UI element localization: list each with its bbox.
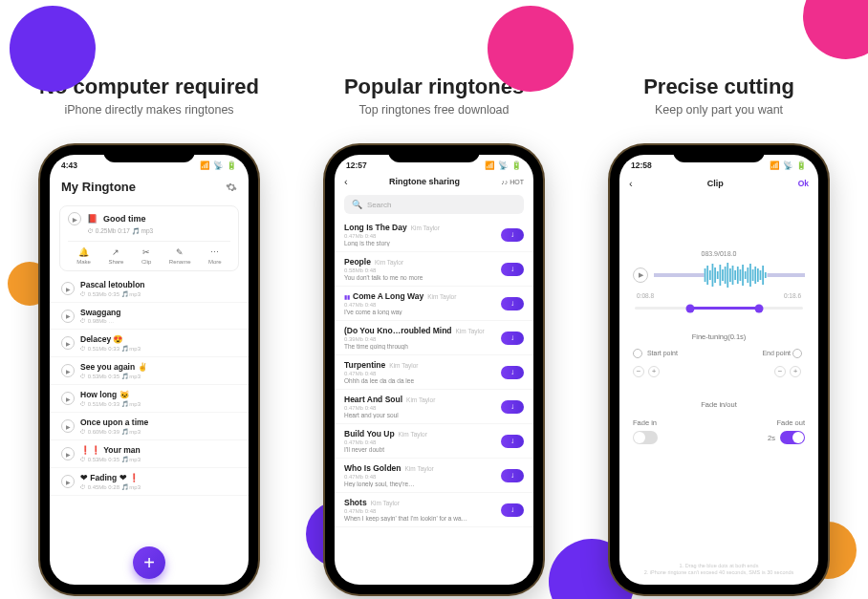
ringtone-meta: ⏱ 0.60Mb 0:39 🎵 mp3 (80, 428, 237, 435)
fade-in-toggle[interactable] (633, 431, 658, 444)
ringtone-title: Swaggang (80, 308, 237, 317)
action-clip[interactable]: ✂Clip (141, 247, 151, 265)
end-point-control[interactable]: End point (762, 349, 805, 358)
fine-tune-label: Fine-tuning(0.1s) (619, 332, 818, 341)
action-share[interactable]: ↗Share (108, 247, 123, 265)
song-row[interactable]: Heart And SoulKim Taylor0.47Mb 0:48Heart… (335, 390, 533, 424)
back-icon[interactable]: ‹ (629, 178, 633, 189)
ringtone-row[interactable]: ▶Once upon a time⏱ 0.60Mb 0:39 🎵 mp3 (50, 413, 249, 440)
minus-icon[interactable]: − (774, 366, 786, 377)
play-icon[interactable]: ▶ (61, 447, 75, 460)
download-button[interactable]: ↓ (501, 263, 524, 276)
notch (673, 145, 765, 162)
play-icon[interactable]: ▶ (68, 212, 81, 225)
plus-icon[interactable]: + (790, 366, 801, 377)
song-lyric: The time going through (344, 343, 483, 350)
song-row[interactable]: (Do You Kno…roubled MindKim Taylor0.39Mb… (335, 321, 533, 355)
song-row[interactable]: ShotsKim Taylor0.47Mb 0:48When I keep sa… (335, 493, 533, 527)
slider-handle-end[interactable] (755, 304, 764, 312)
start-point-control[interactable]: Start point (633, 349, 678, 358)
song-artist: Kim Taylor (405, 465, 434, 472)
nav-title: Clip (707, 179, 724, 188)
fade-out-control: Fade out (776, 418, 805, 427)
song-row[interactable]: TurpentineKim Taylor0.47Mb 0:48Ohhh da l… (335, 355, 533, 390)
decoration (803, 0, 868, 59)
download-button[interactable]: ↓ (501, 435, 524, 448)
play-icon[interactable]: ▶ (61, 419, 75, 433)
svg-rect-23 (760, 270, 762, 280)
song-meta: 0.47Mb 0:48 (344, 474, 501, 480)
search-placeholder: Search (367, 201, 391, 209)
now-playing-icon: ▮▮ (344, 294, 350, 300)
rename-icon: ✎ (169, 247, 191, 257)
time-position: 083.9/018.0 (633, 250, 805, 257)
make-icon: 🔔 (76, 247, 91, 257)
plus-icon[interactable]: + (648, 366, 660, 377)
ringtone-row[interactable]: ▶Swaggang⏱ 0.98Mb … (50, 303, 249, 330)
slider-handle-start[interactable] (686, 304, 695, 312)
ringtone-title: Delacey 😍 (80, 334, 237, 344)
play-icon[interactable]: ▶ (61, 392, 75, 405)
ok-button[interactable]: Ok (798, 179, 809, 188)
download-button[interactable]: ↓ (501, 332, 524, 345)
svg-rect-9 (725, 267, 727, 284)
download-button[interactable]: ↓ (501, 366, 524, 379)
song-row[interactable]: PeopleKim Taylor0.58Mb 0:48You don't tal… (335, 252, 533, 287)
fade-out-toggle[interactable] (780, 431, 805, 444)
play-icon[interactable]: ▶ (61, 364, 75, 377)
ringtone-title: How long 🐱 (80, 390, 237, 399)
download-button[interactable]: ↓ (501, 297, 524, 310)
ringtone-row[interactable]: ▶❤ Fading ❤ ❗⏱ 0.45Mb 0:28 🎵 mp3 (50, 468, 249, 496)
ringtone-title: See you again ✌ (80, 362, 237, 372)
play-icon[interactable]: ▶ (61, 310, 75, 323)
song-row[interactable]: Long Is The DayKim Taylor0.47Mb 0:48Long… (335, 218, 533, 252)
play-icon[interactable]: ▶ (61, 475, 75, 488)
song-row[interactable]: ▮▮Come A Long WayKim Taylor0.47Mb 0:48I'… (335, 287, 533, 321)
song-row[interactable]: Build You UpKim Taylor0.47Mb 0:48I'll ne… (335, 424, 533, 459)
download-button[interactable]: ↓ (501, 503, 524, 517)
action-more[interactable]: ⋯More (208, 247, 222, 265)
status-time: 4:43 (61, 160, 77, 170)
add-button[interactable]: + (133, 546, 165, 579)
song-title: Heart And Soul (344, 395, 402, 404)
back-icon[interactable]: ‹ (344, 176, 348, 187)
end-point-stepper[interactable]: − + (774, 366, 801, 377)
hot-button[interactable]: ♪♪ HOT (501, 179, 524, 185)
svg-rect-24 (762, 266, 764, 285)
download-button[interactable]: ↓ (501, 400, 524, 414)
ringtone-meta: ⏱ 0.53Mb 0:35 🎵 mp3 (80, 290, 237, 297)
ringtone-title: ❗❗ Your man (80, 445, 237, 455)
action-make[interactable]: 🔔Make (76, 247, 91, 265)
svg-rect-5 (714, 267, 716, 283)
svg-rect-22 (757, 268, 759, 282)
play-icon[interactable]: ▶ (61, 336, 75, 350)
panel3-subhead: Keep only part you want (587, 103, 851, 117)
play-icon[interactable]: ▶ (633, 267, 648, 283)
ringtone-row[interactable]: ▶Pascal letoublon⏱ 0.53Mb 0:35 🎵 mp3 (50, 275, 249, 303)
ringtone-meta: ⏱ 0.51Mb 0:33 🎵 mp3 (80, 345, 237, 352)
song-row[interactable]: Who Is GoldenKim Taylor0.47Mb 0:48Hey lo… (335, 459, 533, 493)
download-button[interactable]: ↓ (501, 469, 524, 482)
status-time: 12:58 (631, 160, 652, 170)
featured-meta: ⏱ 0.25Mb 0:17 🎵 mp3 (87, 227, 230, 235)
nav-title: Ringtone sharing (389, 177, 460, 186)
start-point-stepper[interactable]: − + (633, 366, 660, 377)
ringtone-row[interactable]: ▶How long 🐱⏱ 0.51Mb 0:33 🎵 mp3 (50, 385, 249, 413)
featured-ringtone-card[interactable]: ▶ 📕 Good time ⏱ 0.25Mb 0:17 🎵 mp3 🔔Make↗… (59, 205, 239, 271)
play-icon[interactable]: ▶ (61, 282, 75, 295)
song-meta: 0.58Mb 0:48 (344, 267, 501, 273)
ringtone-row[interactable]: ▶❗❗ Your man⏱ 0.53Mb 0:35 🎵 mp3 (50, 440, 249, 468)
range-slider[interactable] (635, 307, 803, 310)
settings-icon[interactable] (226, 182, 237, 193)
action-rename[interactable]: ✎Rename (169, 247, 191, 265)
minus-icon[interactable]: − (633, 366, 644, 377)
song-title: Come A Long Way (353, 291, 423, 301)
ringtone-row[interactable]: ▶See you again ✌⏱ 0.53Mb 0:35 🎵 mp3 (50, 357, 249, 385)
search-input[interactable]: 🔍 Search (344, 195, 524, 214)
song-artist: Kim Taylor (456, 328, 485, 334)
ringtone-row[interactable]: ▶Delacey 😍⏱ 0.51Mb 0:33 🎵 mp3 (50, 330, 249, 357)
song-lyric: Heart and your soul (344, 412, 483, 418)
status-icons: 📶📡🔋 (767, 160, 807, 170)
download-button[interactable]: ↓ (501, 228, 524, 242)
waveform[interactable] (654, 261, 805, 289)
